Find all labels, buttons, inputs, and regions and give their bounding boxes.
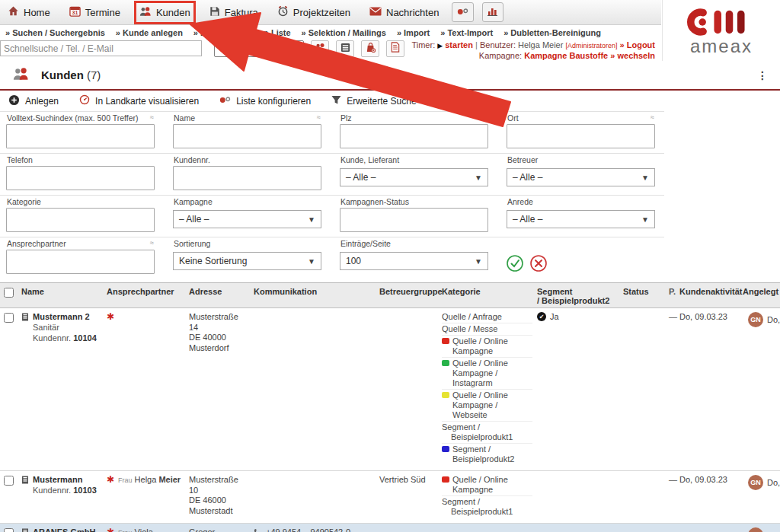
field-label: Ort	[507, 113, 519, 123]
col-header-status: Status	[623, 287, 669, 305]
brand-wordmark: ameax	[690, 38, 753, 55]
nav-item-nachrichten[interactable]: Nachrichten	[369, 7, 439, 18]
subnav-item-suchen[interactable]: » Suchen / Suchergebnis	[5, 28, 105, 37]
sortierung-select[interactable]: Keine Sortierung▼	[173, 252, 321, 270]
archive-quick-button[interactable]	[336, 40, 354, 57]
connector-settings-button[interactable]	[452, 2, 474, 22]
home-icon	[8, 5, 19, 19]
timer-start-link[interactable]: starten	[445, 40, 473, 49]
search-reset-button[interactable]	[530, 255, 547, 272]
name-input[interactable]	[173, 124, 321, 148]
dot-gear-icon	[219, 96, 231, 107]
toolbar-label: In Landkarte visualisieren	[95, 96, 199, 107]
table-header-row: Name Ansprechpartner Adresse Kommunikati…	[0, 283, 780, 308]
cell-angelegt: GN Do,	[743, 312, 780, 466]
col-header-kundenaktivitaet: Kundenaktivität	[679, 287, 743, 305]
logout-link[interactable]: » Logout	[620, 40, 655, 49]
field-kategorie: Kategorie	[6, 196, 155, 232]
nav-label: Home	[24, 7, 50, 18]
ort-input[interactable]	[507, 124, 655, 148]
field-anrede: Anrede – Alle –▼	[507, 196, 655, 232]
toolbar-label: Erweiterte Suche	[347, 96, 416, 107]
nav-label: Nachrichten	[386, 7, 439, 18]
timer-user-line: Timer: ▶ starten | Benutzer: Helga Meier…	[411, 40, 655, 51]
table-row-mustermann-2[interactable]: Mustermann 2 Sanitär Kundennr. 10104 ✱ M…	[0, 308, 780, 471]
subnav-item-gruppen-liste[interactable]: » Betreuergruppen-Liste	[193, 28, 291, 37]
form-row: Kategorie Kampagne – Alle –▼ Kampagnen-S…	[0, 195, 664, 237]
nav-label: Kunden	[156, 7, 190, 18]
anrede-select[interactable]: – Alle –▼	[507, 210, 655, 228]
subnav-item-import[interactable]: » Import	[397, 28, 430, 37]
field-label: Anrede	[507, 197, 533, 206]
campaign-name-link[interactable]: Kampagne Baustoffe	[524, 51, 608, 60]
nav-item-faktura[interactable]: Faktura	[209, 6, 258, 19]
subnav-item-dubletten[interactable]: » Dubletten-Bereinigung	[503, 28, 601, 37]
field-telefon: Telefon	[6, 155, 155, 190]
nav-item-termine[interactable]: 31 Termine	[69, 5, 120, 19]
kunde-lieferant-select[interactable]: – Alle –▼	[340, 168, 488, 186]
user-name: Helga Meier	[518, 40, 563, 49]
cell-kommunikation	[254, 475, 379, 518]
betreuer-select[interactable]: – Alle –▼	[507, 168, 655, 186]
table-row-mustermann[interactable]: Mustermann Kundennr. 10103 ✱ Frau Helga …	[0, 471, 780, 524]
header: Home 31 Termine Kunden Faktura Projektze…	[0, 0, 780, 61]
statistics-button[interactable]	[482, 2, 503, 22]
field-sortierung: Sortierung Keine Sortierung▼	[173, 238, 321, 274]
subnav-item-kunde-anlegen[interactable]: » Kunde anlegen	[116, 28, 183, 37]
advanced-search-button[interactable]: Erweiterte Suche	[331, 95, 416, 107]
cell-angelegt: GN Di,	[743, 527, 780, 532]
nav-item-home[interactable]: Home	[8, 5, 50, 19]
row-checkbox[interactable]	[4, 313, 14, 323]
configure-list-button[interactable]: Liste konfigurieren	[219, 96, 311, 107]
cell-adresse: Musterstraße 10 DE 46000 Musterstadt	[189, 475, 254, 518]
ansprechpartner-input[interactable]	[6, 250, 155, 274]
kampagnen-status-input[interactable]	[340, 208, 488, 232]
archive-icon	[340, 42, 350, 56]
table-row-aranes[interactable]: ARANES GmbH & Co. KG ✱ Frau Viola Rotttm…	[0, 524, 780, 532]
kundennr-input[interactable]	[173, 166, 321, 190]
map-visualize-button[interactable]: In Landkarte visualisieren	[79, 94, 199, 107]
eintraege-seite-select[interactable]: 100▼	[340, 252, 488, 270]
row-checkbox[interactable]	[4, 476, 14, 486]
col-header-kategorie: Kategorie	[442, 287, 537, 305]
cell-kundenaktivitaet	[679, 527, 743, 532]
field-label: Kampagne	[174, 197, 213, 206]
document-quick-button[interactable]	[386, 40, 404, 57]
search-submit-button[interactable]	[507, 255, 523, 272]
cell-betreuergruppe	[379, 527, 442, 532]
phonetic-icon: ≈	[150, 239, 154, 248]
title-bar: Kunden (7) ⋮	[0, 61, 780, 89]
field-kunde-lieferant: Kunde, Lieferant – Alle –▼	[340, 155, 488, 190]
col-header-betreuergruppe: Betreuergruppe	[379, 287, 442, 305]
col-header-p: P.	[669, 287, 679, 305]
kategorie-input[interactable]	[6, 208, 155, 232]
subnav-item-text-import[interactable]: » Text-Import	[440, 28, 493, 37]
shop-quick-button[interactable]	[361, 40, 379, 57]
create-button[interactable]: Anlegen	[8, 94, 59, 108]
volltext-input[interactable]	[6, 124, 155, 148]
cell-ansprechpartner: ✱ Frau Helga Meier	[107, 475, 189, 518]
funnel-icon	[331, 95, 341, 107]
quick-search-input[interactable]	[0, 40, 202, 56]
invoice-disk-icon	[209, 6, 220, 19]
campaign-switch-link[interactable]: » wechseln	[610, 51, 655, 60]
nav-item-kunden[interactable]: Kunden	[139, 6, 190, 19]
field-label: Ansprechpartner	[7, 239, 66, 248]
customers-quick-button[interactable]	[311, 40, 329, 57]
row-checkbox[interactable]	[4, 528, 14, 532]
plz-input[interactable]	[340, 124, 488, 148]
select-all-checkbox[interactable]	[4, 288, 14, 298]
search-schema-select[interactable]: Suchschema ▾	[214, 40, 304, 57]
ameax-logo-mark	[682, 6, 761, 38]
shopping-bag-icon	[366, 42, 376, 56]
kampagne-select[interactable]: – Alle –▼	[173, 210, 321, 228]
cell-betreuergruppe: Vertrieb Süd	[379, 475, 442, 518]
cell-segment	[537, 475, 623, 518]
nav-item-projektzeiten[interactable]: Projektzeiten	[277, 5, 350, 19]
more-menu-icon[interactable]: ⋮	[757, 69, 768, 81]
phonetic-icon: ≈	[150, 113, 154, 123]
avatar: GN	[748, 312, 763, 327]
telefon-input[interactable]	[6, 166, 155, 190]
category-color-chip	[442, 446, 449, 452]
subnav-item-selektion-mailings[interactable]: » Selektion / Mailings	[302, 28, 386, 37]
